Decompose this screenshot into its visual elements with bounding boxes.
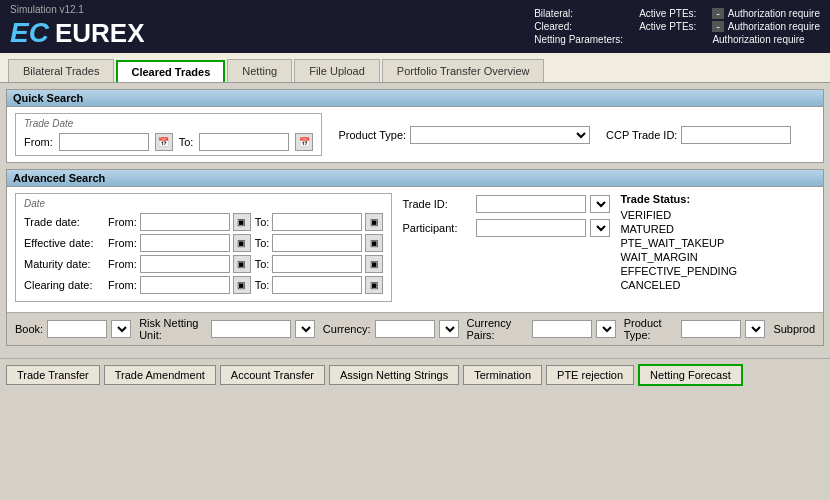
currency-input[interactable] [375,320,435,338]
trade-amendment-button[interactable]: Trade Amendment [104,365,216,385]
quick-search-section: Quick Search Trade Date From: 📅 To: 📅 Pr… [6,89,824,163]
risk-netting-select[interactable] [295,320,315,338]
effective-to-cal[interactable]: ▣ [365,234,383,252]
ccp-trade-id-input[interactable] [681,126,791,144]
from-label: From: [24,136,53,148]
to-label: To: [179,136,194,148]
tab-netting[interactable]: Netting [227,59,292,82]
trade-to-input[interactable] [272,213,362,231]
product-type-select[interactable] [410,126,590,144]
qs-from-date[interactable] [59,133,149,151]
book-label: Book: [15,323,43,335]
auth3: Authorization require [712,34,820,45]
netting-forecast-button[interactable]: Netting Forecast [638,364,743,386]
currency-select[interactable] [439,320,459,338]
maturity-to-cal[interactable]: ▣ [365,255,383,273]
tab-fileupload[interactable]: File Upload [294,59,380,82]
currency-pairs-select[interactable] [596,320,616,338]
pte-rejection-button[interactable]: PTE rejection [546,365,634,385]
status-item-matured[interactable]: MATURED [620,222,815,236]
status-item-pte_wait_takeup[interactable]: PTE_WAIT_TAKEUP [620,236,815,250]
logo-eurex: EUREX [55,18,145,49]
participant-group: Participant: [402,219,610,237]
product-type-adv-select[interactable] [745,320,765,338]
book-input[interactable] [47,320,107,338]
account-transfer-button[interactable]: Account Transfer [220,365,325,385]
participant-input[interactable] [476,219,586,237]
tab-portfolio[interactable]: Portfolio Transfer Overview [382,59,545,82]
clearing-from-input[interactable] [140,276,230,294]
trade-id-select[interactable] [590,195,610,213]
status-item-wait_margin[interactable]: WAIT_MARGIN [620,250,815,264]
effective-date-row: Effective date: From: ▣ To: ▣ [24,234,383,252]
trade-to-cal[interactable]: ▣ [365,213,383,231]
header: Simulation v12.1 EC EUREX Bilateral: Act… [0,0,830,53]
from-lbl3: From: [108,258,137,270]
status-item-canceled[interactable]: CANCELED [620,278,815,292]
to-lbl1: To: [255,216,270,228]
effective-from-cal[interactable]: ▣ [233,234,251,252]
trade-id-label: Trade ID: [402,198,472,210]
status-item-verified[interactable]: VERIFIED [620,208,815,222]
effective-from-input[interactable] [140,234,230,252]
adv-mid: Trade ID: Participant: [402,193,610,306]
maturity-date-row: Maturity date: From: ▣ To: ▣ [24,255,383,273]
qs-to-cal[interactable]: 📅 [295,133,313,151]
ccp-trade-id-group: CCP Trade ID: [606,126,791,144]
trade-status-box: Trade Status: VERIFIEDMATUREDPTE_WAIT_TA… [620,193,815,292]
maturity-from-input[interactable] [140,255,230,273]
book-group: Book: [15,320,131,338]
book-select[interactable] [111,320,131,338]
to-lbl3: To: [255,258,270,270]
clearing-to-cal[interactable]: ▣ [365,276,383,294]
from-lbl1: From: [108,216,137,228]
product-type-label: Product Type: [338,129,406,141]
currency-group: Currency: [323,320,459,338]
auth1: Authorization require [728,8,820,19]
footer-buttons: Trade TransferTrade AmendmentAccount Tra… [0,358,830,391]
adv-inner: Date Trade date: From: ▣ To: ▣ [7,187,823,312]
status-item-effective_pending[interactable]: EFFECTIVE_PENDING [620,264,815,278]
trade-transfer-button[interactable]: Trade Transfer [6,365,100,385]
qs-to-date[interactable] [199,133,289,151]
clearing-date-row: Clearing date: From: ▣ To: ▣ [24,276,383,294]
tab-bilateral[interactable]: Bilateral Trades [8,59,114,82]
netting-label: Netting Parameters: [534,34,623,45]
risk-netting-input[interactable] [211,320,291,338]
assign-netting-button[interactable]: Assign Netting Strings [329,365,459,385]
currency-pairs-input[interactable] [532,320,592,338]
risk-netting-group: Risk Netting Unit: [139,317,315,341]
risk-netting-label: Risk Netting Unit: [139,317,207,341]
tab-cleared[interactable]: Cleared Trades [116,60,225,82]
product-type-adv-input[interactable] [681,320,741,338]
clearing-to-input[interactable] [272,276,362,294]
date-group-title: Date [24,198,383,209]
trade-from-cal[interactable]: ▣ [233,213,251,231]
termination-button[interactable]: Termination [463,365,542,385]
maturity-to-input[interactable] [272,255,362,273]
header-logo: Simulation v12.1 EC EUREX [10,4,144,49]
trade-id-input[interactable] [476,195,586,213]
to-lbl2: To: [255,237,270,249]
auth2: Authorization require [728,21,820,32]
trade-date-group: Trade Date From: 📅 To: 📅 [15,113,322,156]
participant-select[interactable] [590,219,610,237]
maturity-from-cal[interactable]: ▣ [233,255,251,273]
advanced-search-title: Advanced Search [7,170,823,187]
clearing-date-label: Clearing date: [24,279,104,291]
date-group: Date Trade date: From: ▣ To: ▣ [15,193,392,302]
trade-from-input[interactable] [140,213,230,231]
qs-from-cal[interactable]: 📅 [155,133,173,151]
logo-ec: EC [10,17,49,49]
bottom-row: Book: Risk Netting Unit: Currency: Curre… [7,312,823,345]
clearing-from-cal[interactable]: ▣ [233,276,251,294]
main-content: Quick Search Trade Date From: 📅 To: 📅 Pr… [0,83,830,358]
quick-search-row: Trade Date From: 📅 To: 📅 Product Type: [15,113,815,156]
navigation-bar: Bilateral Trades Cleared Trades Netting … [0,53,830,83]
effective-date-label: Effective date: [24,237,104,249]
trade-date-from: From: ▣ [108,213,251,231]
product-type-adv-label: Product Type: [624,317,678,341]
from-lbl4: From: [108,279,137,291]
effective-to-input[interactable] [272,234,362,252]
ccp-trade-id-label: CCP Trade ID: [606,129,677,141]
